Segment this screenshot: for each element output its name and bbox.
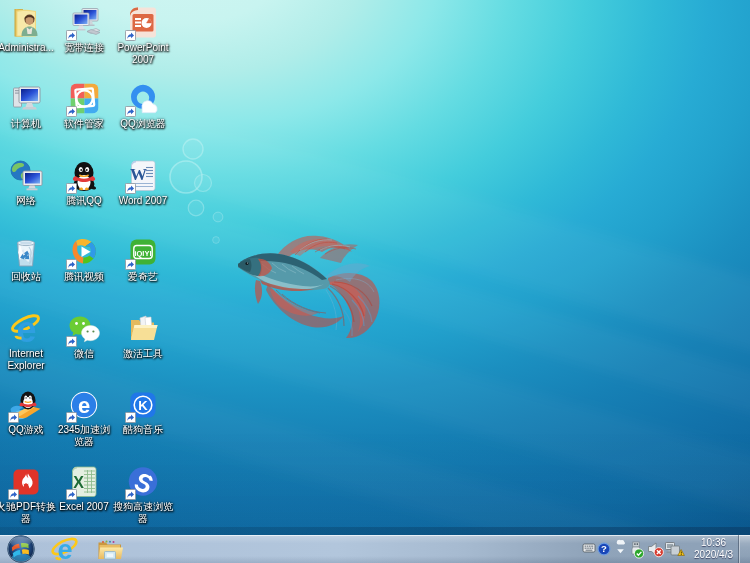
svg-text:e: e — [16, 312, 36, 346]
svg-text:e: e — [78, 393, 90, 418]
svg-text:K: K — [138, 398, 148, 413]
svg-text:iQIYI: iQIYI — [134, 249, 151, 258]
svg-text:W: W — [130, 165, 147, 184]
svg-text:?: ? — [601, 543, 607, 554]
